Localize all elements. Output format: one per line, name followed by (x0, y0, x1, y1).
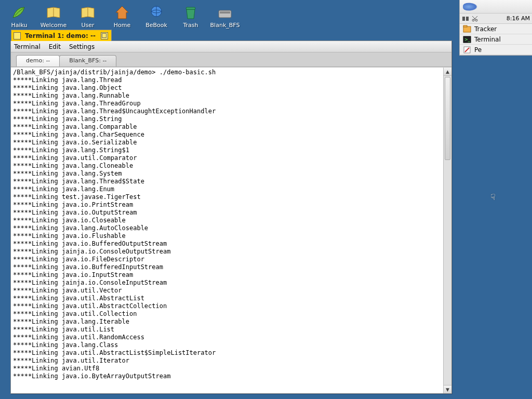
icon-label: BeBook (145, 22, 167, 29)
disk-icon (217, 4, 233, 21)
deskbar-item-label: Terminal (474, 36, 501, 43)
home-icon (114, 4, 130, 21)
tab-blankbfs[interactable]: Blank_BFS: -- (59, 55, 116, 66)
scroll-thumb[interactable] (445, 77, 450, 160)
terminal-icon: >_ (463, 35, 471, 44)
scroll-up-arrow[interactable]: ▲ (444, 68, 451, 76)
deskbar-item-pe[interactable]: Pe (460, 45, 532, 55)
cursor-icon: ☟ (490, 192, 496, 202)
icon-label: Haiku (11, 22, 27, 29)
book-icon (79, 4, 96, 21)
svg-rect-7 (466, 17, 469, 21)
icon-label: Home (114, 22, 130, 29)
tray-status-icon[interactable] (462, 15, 469, 22)
terminal-output: /Blank_BFS/jainja/distrib/jainja/demo> .… (11, 68, 451, 381)
menubar: Terminal Edit Settings (11, 41, 451, 52)
tab-label: Blank_BFS: -- (69, 57, 107, 64)
svg-rect-6 (462, 17, 465, 21)
clock[interactable]: 8:16 AM (507, 15, 530, 22)
tab-demo[interactable]: demo: -- (16, 55, 60, 66)
desktop-icon-trash[interactable]: Trash (177, 4, 205, 35)
svg-text:>_: >_ (464, 37, 471, 42)
svg-rect-3 (186, 7, 195, 9)
tabstrip: demo: -- Blank_BFS: -- (11, 52, 451, 67)
icon-label: Blank_BFS (210, 22, 240, 29)
tracker-icon (463, 25, 471, 33)
desktop-icon-bebook[interactable]: BeBook (142, 4, 170, 35)
pe-icon (463, 46, 471, 54)
deskbar-item-terminal[interactable]: >_ Terminal (460, 34, 532, 45)
desktop-icon-home[interactable]: Home (108, 4, 136, 35)
deskbar-tray: 8:16 AM (460, 14, 532, 24)
trash-icon (182, 4, 199, 21)
deskbar: 8:16 AM Tracker >_ Terminal Pe (459, 0, 532, 56)
deskbar-item-label: Pe (474, 46, 482, 54)
icon-label: Welcome (41, 22, 66, 29)
window-title: Terminal 1: demo: -- (25, 32, 96, 39)
zoom-button[interactable] (101, 32, 108, 39)
icon-label: Trash (183, 22, 198, 29)
svg-rect-11 (463, 25, 467, 27)
deskbar-item-label: Tracker (474, 25, 497, 33)
desktop-icon-blankbfs[interactable]: Blank_BFS (211, 4, 239, 35)
book-icon (45, 4, 62, 21)
menu-terminal[interactable]: Terminal (14, 43, 41, 50)
svg-rect-5 (220, 11, 230, 14)
svg-rect-10 (463, 26, 471, 32)
window-titlebar[interactable]: Terminal 1: demo: -- (11, 30, 112, 41)
scroll-down-arrow[interactable]: ▼ (444, 385, 451, 393)
terminal-window: Terminal 1: demo: -- Terminal Edit Setti… (10, 41, 452, 394)
feather-icon (463, 3, 477, 11)
deskbar-leaf-menu[interactable] (460, 0, 532, 14)
close-button[interactable] (14, 32, 21, 39)
tray-scissors-icon[interactable] (471, 15, 478, 22)
menu-settings[interactable]: Settings (69, 43, 95, 50)
menu-edit[interactable]: Edit (49, 43, 61, 50)
scrollbar[interactable]: ▲ ▼ (443, 68, 451, 393)
deskbar-item-tracker[interactable]: Tracker (460, 24, 532, 34)
leaf-icon (11, 4, 28, 21)
globe-icon (148, 4, 165, 21)
tab-label: demo: -- (26, 57, 50, 64)
terminal-area[interactable]: /Blank_BFS/jainja/distrib/jainja/demo> .… (11, 67, 451, 393)
